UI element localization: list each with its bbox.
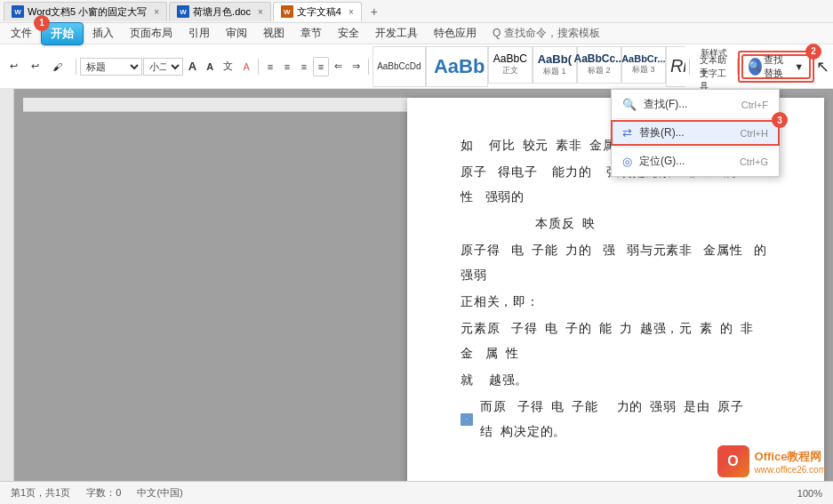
align-left-btn[interactable]: ≡	[262, 57, 278, 76]
menu-chapter[interactable]: 章节	[293, 24, 329, 43]
find-replace-arrow: ▼	[794, 61, 804, 72]
main-area: 如 何比 较元 素非 金属性 的 相对 强弱？ 原子 得电子 能力的 强弱是元素…	[0, 89, 833, 481]
sep-2	[258, 59, 259, 75]
doc-line-7: 就 越强。	[461, 368, 771, 393]
dropdown-find-item[interactable]: 🔍 查找(F)... Ctrl+F	[612, 92, 779, 116]
style-heading-large[interactable]: AaBb	[426, 46, 488, 87]
style-h3-item[interactable]: AaBbCr... 标题 3	[621, 46, 666, 84]
annotation-circle-1: 1	[34, 15, 50, 31]
redo-button[interactable]: ↩	[25, 56, 45, 77]
sep-4	[689, 59, 690, 75]
style-h2-sample: AaBbCc...	[574, 52, 625, 65]
horizontal-ruler	[23, 98, 407, 112]
find-item-label: 查找(F)...	[644, 97, 687, 112]
menu-security[interactable]: 安全	[331, 24, 366, 43]
word-icon-3: W	[281, 5, 293, 18]
menu-search[interactable]: Q 查找命令，搜索模板	[485, 24, 607, 43]
style-h1-item[interactable]: AaBb( 标题 1	[533, 46, 577, 84]
align-center-btn[interactable]: ≡	[279, 57, 295, 76]
tab-doc4[interactable]: W 文字文稿4 ×	[273, 2, 362, 21]
annotation-circle-3: 3	[772, 112, 788, 128]
style-normal-label: 正文	[502, 65, 518, 76]
doc-line-4: 原子得 电 子能 力的 强 弱与元素非 金属性 的强弱	[461, 238, 771, 288]
undo-button[interactable]: ↩	[4, 56, 24, 77]
menu-developer[interactable]: 开发工具	[368, 24, 425, 43]
tab-word5-close[interactable]: ×	[154, 7, 159, 17]
menu-page-layout[interactable]: 页面布局	[123, 24, 180, 43]
menu-review[interactable]: 审阅	[219, 24, 254, 43]
style-h3-label: 标题 3	[632, 64, 655, 76]
font-name-select[interactable]: 标题	[80, 58, 142, 76]
tab-lotus-close[interactable]: ×	[258, 7, 263, 17]
font-size-decrease[interactable]: A	[202, 57, 218, 76]
find-item-icon: 🔍	[622, 98, 637, 111]
font-size-increase[interactable]: A	[184, 57, 201, 76]
new-tab-button[interactable]: +	[364, 3, 385, 20]
dropdown-sep-2	[615, 147, 775, 148]
find-icon: 🔍	[749, 58, 762, 76]
style-h2-item[interactable]: AaBbCc... 标题 2	[577, 46, 621, 84]
find-replace-label: 查找替换	[764, 53, 792, 80]
replace-item-shortcut: Ctrl+H	[741, 128, 768, 139]
doc-line-8: · 而原 子得 电 子能 力的 强弱 是由 原子结 构决定的。	[461, 395, 771, 444]
style-normal-sample: AaBbC	[493, 52, 527, 65]
hint-icon: ·	[461, 413, 473, 426]
font-color-button[interactable]: A	[238, 57, 254, 76]
style-h1-sample: AaBb(	[538, 52, 572, 66]
format-painter-button[interactable]: 🖌	[46, 56, 68, 77]
menu-file[interactable]: 文件	[4, 24, 39, 43]
style-normal-item[interactable]: AaBbC 正文	[488, 46, 533, 84]
menu-view[interactable]: 视图	[256, 24, 292, 43]
indent-decrease-btn[interactable]: ⇐	[330, 57, 347, 76]
replace-item-icon: ⇄	[622, 126, 632, 140]
tab-lotus[interactable]: W 荷塘月色.doc ×	[169, 2, 271, 21]
tab-word5[interactable]: W Word文档5 小窗的固定大写 ×	[4, 2, 167, 21]
menu-references[interactable]: 引用	[181, 24, 217, 43]
ribbon-toolbar: ↩ ↩ 🖌 标题 小二 A A 文 A ≡ ≡ ≡ ≡ ⇐ ⇒	[0, 44, 833, 89]
sep-3	[368, 59, 369, 75]
menu-features[interactable]: 特色应用	[427, 24, 484, 43]
word-icon-2: W	[177, 5, 189, 18]
align-right-btn[interactable]: ≡	[296, 57, 312, 76]
find-replace-container: 2 🔍 查找替换 ▼	[741, 54, 811, 79]
goto-item-label: 定位(G)...	[639, 154, 685, 169]
dropdown-replace-item[interactable]: 3 ⇄ 替换(R)... Ctrl+H	[612, 121, 779, 145]
style-h3-sample: AaBbCr...	[621, 53, 666, 64]
annotation-circle-2: 2	[805, 44, 821, 60]
doc-line-3: 本质反 映	[461, 212, 771, 236]
status-zoom: 100%	[794, 488, 826, 499]
char-format-button[interactable]: 文	[219, 57, 237, 76]
tab-lotus-label: 荷塘月色.doc	[193, 5, 251, 19]
find-replace-button[interactable]: 🔍 查找替换 ▼	[741, 54, 811, 79]
word-icon-1: W	[12, 5, 24, 18]
font-size-select[interactable]: 小二	[143, 58, 183, 76]
text-tool-btn[interactable]: 文字工具	[695, 74, 732, 86]
style-rit-label: Rit	[670, 56, 685, 76]
status-language: 中文(中国)	[133, 486, 186, 500]
menu-bar: 文件 开始 1 插入 页面布局 引用 审阅 视图 章节 安全 开发工具 特色应用…	[0, 23, 833, 44]
doc-line-5: 正相关，即：	[461, 290, 771, 315]
status-page: 第1页，共1页	[7, 486, 74, 500]
style-gallery: AaBbCcDd AaBb AaBbC 正文 AaBb( 标题 1 AaBbCc…	[372, 46, 685, 87]
tab-doc4-close[interactable]: ×	[348, 7, 354, 17]
tab-doc4-label: 文字文稿4	[297, 5, 341, 19]
style-aabb-preview: AaBbCcDd	[372, 46, 426, 87]
sep-1	[76, 59, 76, 75]
dropdown-sep-1	[615, 118, 775, 119]
menu-insert[interactable]: 插入	[85, 24, 121, 43]
indent-increase-btn[interactable]: ⇒	[348, 57, 364, 76]
align-justify-btn[interactable]: ≡	[313, 57, 329, 76]
style-rit-item[interactable]: Rit	[666, 46, 685, 87]
status-words: 字数：0	[83, 486, 124, 500]
cursor-icon: ↖	[816, 57, 829, 76]
find-replace-dropdown: 🔍 查找(F)... Ctrl+F 3 ⇄ 替换(R)... Ctrl+H ◎ …	[611, 89, 780, 177]
dropdown-goto-item[interactable]: ◎ 定位(G)... Ctrl+G	[612, 149, 779, 173]
style-h2-label: 标题 2	[588, 65, 611, 76]
goto-item-shortcut: Ctrl+G	[740, 156, 768, 167]
vertical-ruler	[0, 89, 14, 481]
doc-line-8-text: 而原 子得 电 子能 力的 强弱 是由 原子结 构决定的。	[480, 395, 771, 444]
find-item-shortcut: Ctrl+F	[741, 100, 768, 110]
replace-item-label: 替换(R)...	[639, 125, 685, 140]
sep-5	[737, 59, 738, 75]
status-bar: 第1页，共1页 字数：0 中文(中国) 100%	[0, 481, 833, 504]
